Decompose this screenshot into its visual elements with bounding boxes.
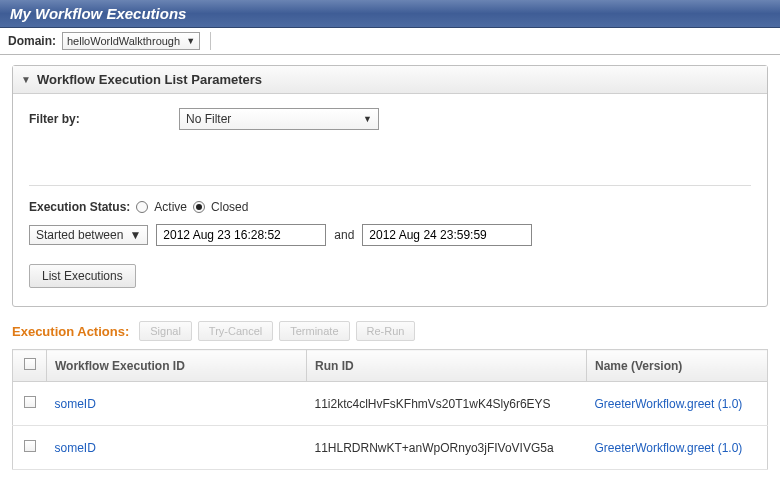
filter-label: Filter by: (29, 112, 179, 126)
status-row: Execution Status: Active Closed (29, 200, 751, 214)
executions-table: Workflow Execution ID Run ID Name (Versi… (12, 349, 768, 470)
row-checkbox[interactable] (24, 396, 36, 408)
status-radio-closed[interactable] (193, 201, 205, 213)
parameters-panel: ▼ Workflow Execution List Parameters Fil… (12, 65, 768, 307)
header-runid[interactable]: Run ID (307, 350, 587, 382)
filter-value: No Filter (186, 112, 231, 126)
divider (210, 32, 211, 50)
runid-cell: 11HLRDRNwKT+anWpORnyo3jFIVoVIVG5a (307, 426, 587, 470)
execution-actions-bar: Execution Actions: Signal Try-Cancel Ter… (12, 321, 768, 341)
table-header-row: Workflow Execution ID Run ID Name (Versi… (13, 350, 768, 382)
date-mode-value: Started between (36, 228, 123, 242)
terminate-button[interactable]: Terminate (279, 321, 349, 341)
chevron-down-icon: ▼ (186, 36, 195, 46)
triangle-down-icon: ▼ (21, 74, 31, 85)
row-checkbox[interactable] (24, 440, 36, 452)
runid-cell: 11i2ktc4clHvFsKFhmVs20T1wK4Sly6r6EYS (307, 382, 587, 426)
name-link[interactable]: GreeterWorkflow.greet (1.0) (595, 441, 743, 455)
date-to-input[interactable] (362, 224, 532, 246)
status-option-active: Active (154, 200, 187, 214)
header-checkbox-cell (13, 350, 47, 382)
signal-button[interactable]: Signal (139, 321, 192, 341)
table-row: someID 11HLRDRNwKT+anWpORnyo3jFIVoVIVG5a… (13, 426, 768, 470)
date-from-input[interactable] (156, 224, 326, 246)
page-title-bar: My Workflow Executions (0, 0, 780, 28)
parameters-panel-title: Workflow Execution List Parameters (37, 72, 262, 87)
wfid-link[interactable]: someID (55, 441, 96, 455)
list-executions-button[interactable]: List Executions (29, 264, 136, 288)
row-checkbox-cell (13, 426, 47, 470)
table-row: someID 11i2ktc4clHvFsKFhmVs20T1wK4Sly6r6… (13, 382, 768, 426)
parameters-panel-header[interactable]: ▼ Workflow Execution List Parameters (13, 66, 767, 94)
chevron-down-icon: ▼ (129, 228, 141, 242)
domain-select[interactable]: helloWorldWalkthrough ▼ (62, 32, 200, 50)
date-and-label: and (334, 228, 354, 242)
header-wfid[interactable]: Workflow Execution ID (47, 350, 307, 382)
filter-select[interactable]: No Filter ▼ (179, 108, 379, 130)
date-mode-select[interactable]: Started between ▼ (29, 225, 148, 245)
chevron-down-icon: ▼ (363, 114, 372, 124)
name-link[interactable]: GreeterWorkflow.greet (1.0) (595, 397, 743, 411)
try-cancel-button[interactable]: Try-Cancel (198, 321, 273, 341)
filter-row: Filter by: No Filter ▼ (29, 108, 751, 186)
execution-actions-title: Execution Actions: (12, 324, 129, 339)
domain-value: helloWorldWalkthrough (67, 35, 180, 47)
status-label: Execution Status: (29, 200, 130, 214)
row-checkbox-cell (13, 382, 47, 426)
status-radio-active[interactable] (136, 201, 148, 213)
domain-label: Domain: (8, 34, 56, 48)
page-title: My Workflow Executions (10, 5, 186, 22)
date-range-row: Started between ▼ and (29, 224, 751, 246)
select-all-checkbox[interactable] (24, 358, 36, 370)
domain-bar: Domain: helloWorldWalkthrough ▼ (0, 28, 780, 55)
wfid-link[interactable]: someID (55, 397, 96, 411)
re-run-button[interactable]: Re-Run (356, 321, 416, 341)
header-name[interactable]: Name (Version) (587, 350, 768, 382)
status-option-closed: Closed (211, 200, 248, 214)
